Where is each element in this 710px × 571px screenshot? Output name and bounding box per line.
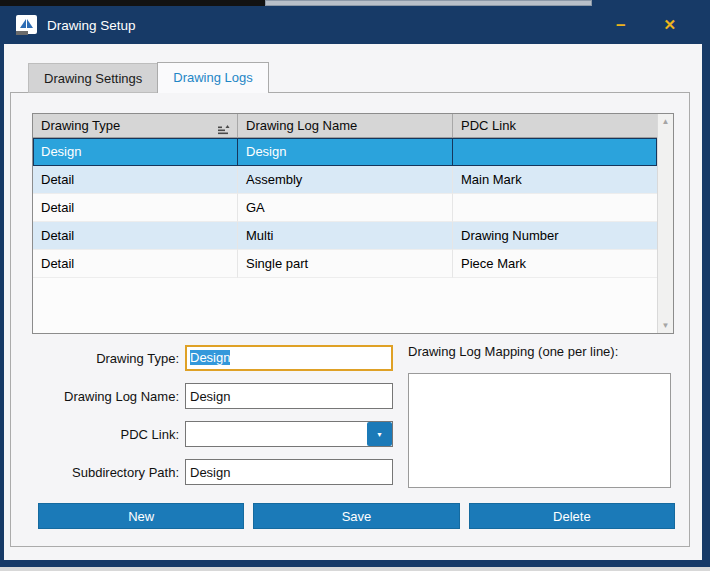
table-row[interactable]: DetailGA <box>33 194 657 222</box>
drawing-setup-window: Drawing Setup – ✕ Drawing Settings Drawi… <box>0 6 710 567</box>
table-cell-drawing-type[interactable]: Design <box>33 138 238 166</box>
table-cell-pdc-link[interactable]: Main Mark <box>453 166 657 194</box>
drawing-type-row: Drawing Type: Design <box>19 345 399 371</box>
tab-drawing-settings[interactable]: Drawing Settings <box>28 63 157 93</box>
drawing-type-input[interactable]: Design <box>185 345 393 371</box>
table-cell-drawing-log-name[interactable]: Multi <box>238 222 453 250</box>
pdc-link-label: PDC Link: <box>19 427 185 442</box>
pdc-link-input[interactable] <box>185 421 393 447</box>
table-row[interactable]: DetailMultiDrawing Number <box>33 222 657 250</box>
minimize-button[interactable]: – <box>616 18 625 32</box>
tab-strip: Drawing Settings Drawing Logs <box>28 62 269 93</box>
pdc-link-row: PDC Link: ▼ <box>19 421 399 447</box>
table-rows: DesignDesignDetailAssemblyMain MarkDetai… <box>33 138 657 278</box>
drawing-log-name-row: Drawing Log Name: <box>19 383 399 409</box>
delete-button[interactable]: Delete <box>469 503 675 529</box>
table-row[interactable]: DetailSingle partPiece Mark <box>33 250 657 278</box>
scroll-down-icon[interactable]: ▼ <box>658 321 673 330</box>
button-row: New Save Delete <box>38 503 675 529</box>
new-button[interactable]: New <box>38 503 244 529</box>
chevron-down-icon: ▼ <box>376 431 383 438</box>
table-row[interactable]: DetailAssemblyMain Mark <box>33 166 657 194</box>
table-cell-pdc-link[interactable] <box>453 138 657 166</box>
column-header-label: Drawing Type <box>41 118 120 133</box>
table-cell-pdc-link[interactable]: Piece Mark <box>453 250 657 278</box>
window-title: Drawing Setup <box>47 18 616 33</box>
title-bar[interactable]: Drawing Setup – ✕ <box>4 6 702 44</box>
subdirectory-path-label: Subdirectory Path: <box>19 465 185 480</box>
table-body: Drawing Type Drawing Log Name <box>33 114 657 333</box>
drawing-log-mapping-textarea[interactable] <box>408 373 671 488</box>
table-cell-drawing-type[interactable]: Detail <box>33 166 238 194</box>
save-button[interactable]: Save <box>253 503 459 529</box>
table-cell-pdc-link[interactable]: Drawing Number <box>453 222 657 250</box>
drawing-type-label: Drawing Type: <box>19 351 185 366</box>
drawing-log-name-label: Drawing Log Name: <box>19 389 185 404</box>
drawing-logs-table: Drawing Type Drawing Log Name <box>32 113 674 334</box>
table-cell-drawing-log-name[interactable]: Assembly <box>238 166 453 194</box>
table-cell-drawing-type[interactable]: Detail <box>33 222 238 250</box>
table-cell-drawing-type[interactable]: Detail <box>33 194 238 222</box>
drawing-type-selected-text: Design <box>190 350 230 365</box>
table-cell-pdc-link[interactable] <box>453 194 657 222</box>
app-logo-icon <box>16 15 37 36</box>
pdc-link-dropdown-button[interactable]: ▼ <box>367 422 392 446</box>
tab-drawing-logs[interactable]: Drawing Logs <box>157 62 269 93</box>
dialog-client-area: Drawing Settings Drawing Logs Drawing Ty… <box>4 44 702 560</box>
pdc-link-combobox[interactable]: ▼ <box>185 421 393 447</box>
scroll-up-icon[interactable]: ▲ <box>658 117 673 126</box>
column-header-drawing-log-name[interactable]: Drawing Log Name <box>238 114 453 137</box>
drawing-log-mapping-label: Drawing Log Mapping (one per line): <box>408 344 618 359</box>
drawing-log-name-input[interactable] <box>185 383 393 409</box>
table-scrollbar[interactable]: ▲ ▼ <box>657 114 673 333</box>
drawing-logs-panel: Drawing Type Drawing Log Name <box>10 92 690 547</box>
table-header: Drawing Type Drawing Log Name <box>33 114 657 138</box>
table-cell-drawing-log-name[interactable]: GA <box>238 194 453 222</box>
subdirectory-path-input[interactable] <box>185 459 393 485</box>
table-cell-drawing-log-name[interactable]: Design <box>238 138 453 166</box>
subdirectory-path-row: Subdirectory Path: <box>19 459 399 485</box>
column-header-drawing-type[interactable]: Drawing Type <box>33 114 238 137</box>
column-header-pdc-link[interactable]: PDC Link <box>453 114 657 137</box>
table-row[interactable]: DesignDesign <box>33 138 657 166</box>
table-cell-drawing-log-name[interactable]: Single part <box>238 250 453 278</box>
table-cell-drawing-type[interactable]: Detail <box>33 250 238 278</box>
close-button[interactable]: ✕ <box>663 16 676 34</box>
